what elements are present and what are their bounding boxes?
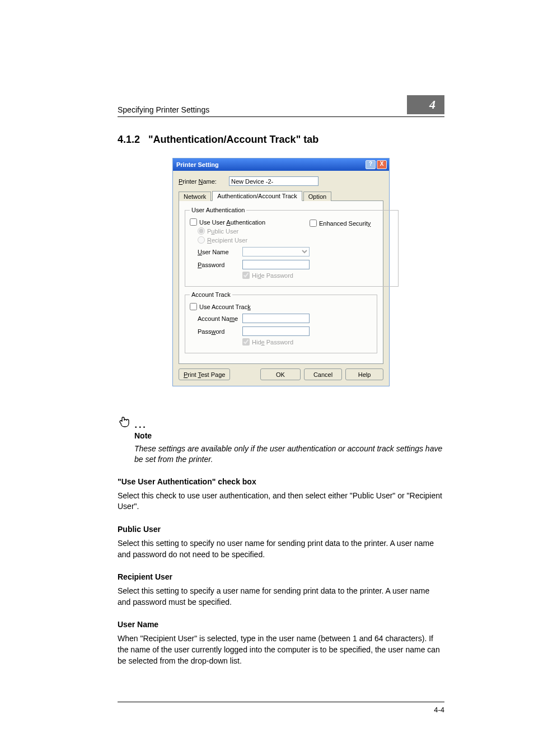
user-name-combo [242, 247, 310, 256]
printer-setting-dialog: Printer Setting ? X Printer Name: Networ… [172, 158, 390, 386]
heading-recipient-user: Recipient User [118, 572, 444, 581]
dialog-titlebar: Printer Setting ? X [173, 158, 389, 171]
enhanced-security-checkbox[interactable]: Enhanced Security [310, 220, 394, 227]
chapter-badge: 4 [407, 95, 444, 114]
account-track-group: Account Track Use Account Track Account … [185, 291, 377, 353]
userauth-hide-password-checkbox: Hide Password [242, 272, 310, 279]
tabpane-auth: User Authentication Use User Authenticat… [179, 201, 383, 364]
userauth-password-input [242, 260, 310, 269]
cancel-button[interactable]: Cancel [304, 368, 342, 380]
dialog-title: Printer Setting [176, 161, 219, 168]
note-dots: ... [134, 420, 147, 430]
heading-user-name: User Name [118, 620, 444, 629]
print-test-page-button[interactable]: Print Test Page [179, 368, 230, 380]
account-hide-password-checkbox: Hide Password [242, 338, 372, 346]
close-titlebar-button[interactable]: X [377, 160, 387, 169]
use-account-track-checkbox[interactable]: Use Account Track [190, 303, 372, 310]
user-name-label: User Name [198, 249, 242, 255]
note-label: Note [134, 431, 444, 440]
printer-name-label: Printer Name: [179, 178, 229, 185]
ok-button[interactable]: OK [260, 368, 301, 380]
heading-use-user-auth: "Use User Authentication" check box [118, 477, 444, 486]
page-footer: 4-4 [118, 702, 444, 714]
text-recipient-user: Select this setting to specify a user na… [118, 586, 444, 608]
account-password-label: Password [198, 328, 242, 335]
text-user-name: When "Recipient User" is selected, type … [118, 633, 444, 666]
use-user-authentication-checkbox[interactable]: Use User Authentication [190, 218, 310, 226]
note-icon [118, 420, 133, 430]
tab-network[interactable]: Network [179, 192, 211, 201]
account-track-legend: Account Track [190, 291, 232, 298]
user-authentication-legend: User Authentication [190, 207, 246, 213]
heading-public-user: Public User [118, 525, 444, 534]
printer-name-input[interactable] [229, 176, 318, 186]
section-number: 4.1.2 [118, 134, 140, 145]
note-text: These settings are available only if the… [134, 444, 444, 465]
tab-auth[interactable]: Authentication/Account Track [212, 191, 302, 201]
account-password-input [242, 326, 310, 336]
text-public-user: Select this setting to specify no user n… [118, 538, 444, 560]
breadcrumb: Specifying Printer Settings [118, 105, 209, 114]
userauth-password-label: Password [198, 262, 242, 268]
account-name-input [242, 314, 310, 323]
tab-option[interactable]: Option [303, 192, 331, 201]
account-name-label: Account Name [198, 315, 242, 322]
help-button[interactable]: Help [345, 368, 383, 380]
user-authentication-group: User Authentication Use User Authenticat… [185, 207, 399, 287]
public-user-radio: Public User [198, 227, 310, 235]
help-titlebar-button[interactable]: ? [366, 160, 376, 169]
text-use-user-auth: Select this check to use user authentica… [118, 491, 444, 512]
recipient-user-radio: Recipient User [198, 236, 310, 244]
section-title-text: "Authentication/Account Track" tab [148, 134, 318, 145]
tabstrip: Network Authentication/Account Track Opt… [179, 189, 383, 201]
page-number: 4-4 [434, 706, 444, 714]
section-heading: 4.1.2 "Authentication/Account Track" tab [118, 134, 444, 146]
